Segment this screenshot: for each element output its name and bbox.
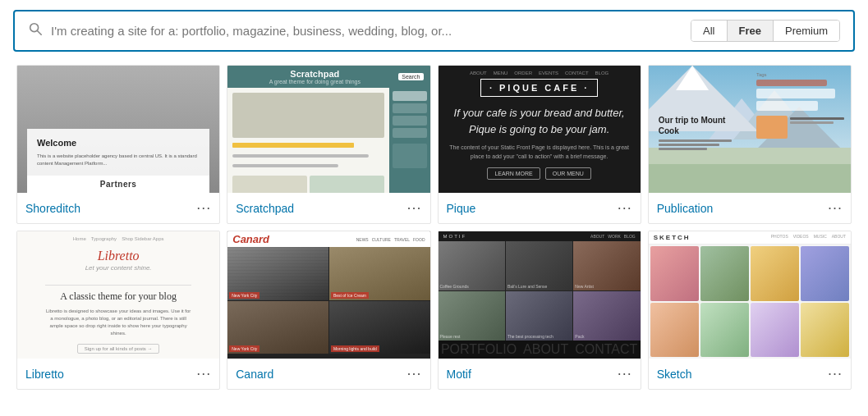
scratchpad-nav-2 [393,103,427,113]
publication-name[interactable]: Publication [657,202,714,215]
scratchpad-sidebar [389,88,430,193]
pique-sub: The content of your Static Front Page is… [447,144,632,161]
scratchpad-title: Scratchpad [234,69,395,79]
theme-preview-scratchpad[interactable]: Scratchpad A great theme for doing great… [227,66,429,193]
search-icon [28,21,43,40]
search-input[interactable] [51,24,691,38]
libretto-heading: A classic theme for your blog [60,290,177,303]
svg-point-0 [30,24,39,32]
shoreditch-name[interactable]: Shoreditch [25,202,80,215]
pique-menu-dots[interactable]: ··· [618,199,632,217]
filter-all-button[interactable]: All [691,21,727,41]
publication-text-lines [659,139,740,150]
theme-preview-sketch[interactable]: SKETCH PHOTOS VIDEOS MUSIC ABOUT [649,231,851,359]
canard-label-table: Best of Ice Cream [331,292,369,299]
scratchpad-text-2 [232,164,338,167]
sketch-cell-2 [700,246,749,301]
theme-card-publication: Our trip to Mount Cook Tags [648,65,852,224]
motif-cell-portrait: Pack [573,291,640,341]
scratchpad-name[interactable]: Scratchpad [236,202,294,215]
shoreditch-welcome-text: This is a website placeholder agency bas… [37,153,200,167]
theme-grid: Welcome This is a website placeholder ag… [0,62,868,406]
filter-premium-button[interactable]: Premium [774,21,839,41]
publication-food-img [756,116,788,139]
filter-free-button[interactable]: Free [728,21,774,41]
libretto-menu-dots[interactable]: ··· [196,365,211,382]
sketch-menu-dots[interactable]: ··· [828,365,843,382]
canard-img-table: Best of Ice Cream [329,247,430,300]
motif-header: MOTIF ABOUT WORK BLOG [439,231,641,241]
pique-logo: · PIQUE CAFE · [480,79,598,97]
libretto-nav: Home Typography Shop Sidebar Apps [73,236,164,241]
svg-line-1 [38,31,42,35]
publication-sidebar-3 [756,101,818,111]
canard-menu-dots[interactable]: ··· [406,365,421,382]
motif-menu-dots[interactable]: ··· [618,365,632,382]
sketch-cell-4 [801,246,849,301]
sketch-cell-3 [751,246,799,301]
theme-preview-motif[interactable]: MOTIF ABOUT WORK BLOG Coffee Grounds Bal… [439,231,641,359]
scratchpad-widget [393,144,427,168]
motif-name[interactable]: Motif [447,368,471,381]
scratchpad-sub: A great theme for doing great things [234,79,395,85]
motif-cell-dashboard: Bali's Lure and Sense [506,241,572,290]
sketch-cell-1 [650,246,699,301]
sketch-cell-5 [650,303,699,358]
sketch-name[interactable]: Sketch [657,368,692,381]
canard-title: Canard [232,233,269,245]
scratchpad-footer: Scratchpad ··· [227,193,429,223]
scratchpad-body [227,88,429,193]
pique-content: · PIQUE CAFE · If your cafe is your brea… [439,71,641,188]
theme-card-sketch: SKETCH PHOTOS VIDEOS MUSIC ABOUT Sketch … [648,231,852,390]
shoreditch-content: Welcome This is a website placeholder ag… [17,122,219,193]
theme-preview-libretto[interactable]: Home Typography Shop Sidebar Apps Libret… [17,231,219,359]
publication-footer: Publication ··· [649,193,851,223]
pique-buttons: LEARN MORE OUR MENU [447,167,632,180]
theme-card-shoreditch: Welcome This is a website placeholder ag… [16,65,220,224]
canard-name[interactable]: Canard [236,368,273,381]
canard-grid: New York City Best of Ice Cream New York… [227,247,429,354]
shoreditch-welcome-box: Welcome This is a website placeholder ag… [27,129,209,176]
sketch-header: SKETCH PHOTOS VIDEOS MUSIC ABOUT [649,231,851,245]
theme-card-libretto: Home Typography Shop Sidebar Apps Libret… [16,231,220,390]
theme-preview-shoreditch[interactable]: Welcome This is a website placeholder ag… [17,66,219,193]
sketch-grid [649,245,851,359]
pique-tagline: If your cafe is your bread and butter,Pi… [447,105,632,137]
shoreditch-menu-dots[interactable]: ··· [196,199,211,217]
libretto-sub: Let your content shine. [85,264,152,272]
canard-footer: Canard ··· [227,359,429,389]
pique-name[interactable]: Pique [447,202,476,215]
scratchpad-text-1 [232,154,369,158]
canard-label-street: New York City [229,345,259,352]
scratchpad-search-box: Search [398,73,423,80]
publication-menu-dots[interactable]: ··· [828,199,843,217]
scratchpad-main [227,88,388,193]
theme-preview-publication[interactable]: Our trip to Mount Cook Tags [649,66,851,193]
motif-nav-1: ABOUT [590,234,604,239]
scratchpad-small-img-1 [232,176,307,193]
publication-content-title: Our trip to Mount Cook [659,115,740,136]
libretto-body: Libretto is designed to showcase your id… [44,308,192,337]
theme-preview-pique[interactable]: ABOUT MENU ORDER EVENTS CONTACT BLOG · P… [439,66,641,193]
filter-buttons: All Free Premium [691,20,840,42]
libretto-footer: Libretto ··· [17,359,219,389]
libretto-name[interactable]: Libretto [25,368,64,381]
theme-card-canard: Canard NEWS CULTURE TRAVEL FOOD New York… [227,231,430,390]
publication-content: Our trip to Mount Cook [649,66,750,193]
motif-grid: Coffee Grounds Bali's Lure and Sense New… [439,241,641,341]
pique-btn-2: OUR MENU [545,167,591,180]
shoreditch-footer: Shoreditch ··· [17,193,219,223]
motif-cell-laptop: The best processing tech [506,291,572,341]
publication-sidebar-2 [756,89,835,98]
theme-preview-canard[interactable]: Canard NEWS CULTURE TRAVEL FOOD New York… [227,231,429,359]
motif-nav-2: WORK [608,234,621,239]
scratchpad-yellow-bar [232,143,353,148]
canard-header: Canard NEWS CULTURE TRAVEL FOOD [227,231,429,247]
shoreditch-welcome-title: Welcome [37,137,200,149]
scratchpad-menu-dots[interactable]: ··· [406,199,421,217]
motif-footer-bar: PORTFOLIO ABOUT CONTACT [439,341,641,359]
sketch-footer: Sketch ··· [649,359,851,389]
motif-footer: Motif ··· [439,359,641,389]
search-bar: All Free Premium [13,10,855,52]
sketch-cell-6 [700,303,749,358]
